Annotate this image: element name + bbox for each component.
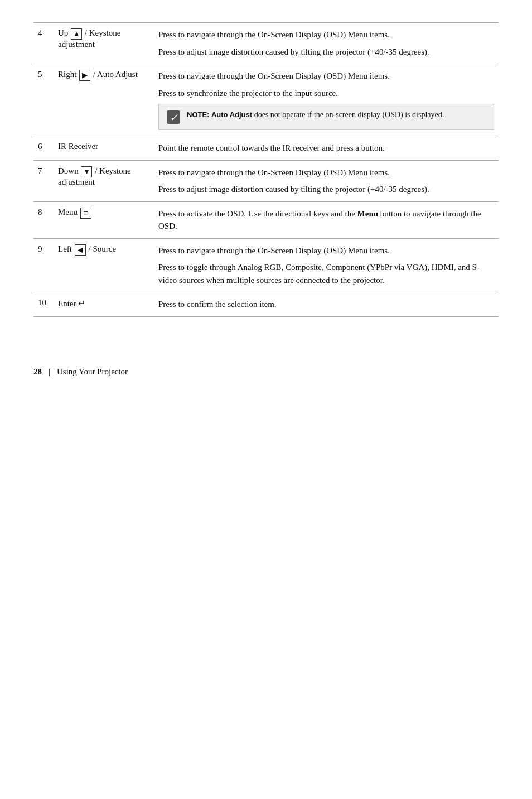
note-bold-term: Auto Adjust	[211, 110, 252, 119]
label-text: Up ▲ / Keystone adjustment	[58, 28, 120, 49]
label-text: Menu ≡	[58, 208, 92, 216]
page-footer: 28 | Using Your Projector	[33, 362, 499, 377]
label-text: Enter ↵	[58, 299, 85, 308]
description-para: Press to navigate through the On-Screen …	[158, 70, 494, 83]
description-para: Press to navigate through the On-Screen …	[158, 28, 494, 41]
description-para: Press to navigate through the On-Screen …	[158, 244, 494, 257]
label-icon: ▶	[79, 70, 90, 81]
description-para: Press to adjust image distortion caused …	[158, 46, 494, 59]
table-row: 6 IR Receiver Point the remote control t…	[33, 136, 499, 161]
label-icon: ≡	[80, 208, 91, 219]
row-label: Right ▶ / Auto Adjust	[54, 64, 154, 136]
row-label: IR Receiver	[54, 136, 154, 161]
svg-text:✓: ✓	[170, 112, 178, 123]
label-icon: ▼	[81, 166, 92, 177]
row-label: Down ▼ / Keystone adjustment	[54, 160, 154, 201]
label-icon: ◀	[75, 244, 86, 256]
page-number: 28	[33, 367, 42, 377]
table-row: 5 Right ▶ / Auto Adjust Press to navigat…	[33, 64, 499, 136]
table-row: 9 Left ◀ / Source Press to navigate thro…	[33, 238, 499, 292]
description-para: Press to confirm the selection item.	[158, 298, 494, 311]
description-para: Press to navigate through the On-Screen …	[158, 166, 494, 179]
label-icon: ▲	[71, 28, 82, 40]
table-row: 8 Menu ≡ Press to activate the OSD. Use …	[33, 201, 499, 238]
row-description: Press to navigate through the On-Screen …	[154, 64, 499, 136]
row-description: Point the remote control towards the IR …	[154, 136, 499, 161]
row-number: 7	[33, 160, 54, 201]
label-icon: ↵	[78, 299, 85, 308]
label-text: Left ◀ / Source	[58, 244, 116, 253]
row-number: 8	[33, 201, 54, 238]
row-label: Menu ≡	[54, 201, 154, 238]
table-row: 4 Up ▲ / Keystone adjustment Press to na…	[33, 23, 499, 64]
note-bold-prefix: NOTE:	[187, 110, 209, 119]
footer-separator: |	[49, 367, 50, 377]
row-description: Press to navigate through the On-Screen …	[154, 23, 499, 64]
description-para: Press to toggle through Analog RGB, Comp…	[158, 261, 494, 286]
description-para: Press to activate the OSD. Use the direc…	[158, 208, 494, 233]
description-para: Press to synchronize the projector to th…	[158, 87, 494, 100]
table-row: 7 Down ▼ / Keystone adjustment Press to …	[33, 160, 499, 201]
label-text: Down ▼ / Keystone adjustment	[58, 166, 131, 186]
description-para: Point the remote control towards the IR …	[158, 142, 494, 155]
note-box: ✓ NOTE: Auto Adjust does not operate if …	[158, 104, 494, 130]
label-text: IR Receiver	[58, 142, 98, 151]
row-description: Press to navigate through the On-Screen …	[154, 238, 499, 292]
label-text: Right ▶ / Auto Adjust	[58, 70, 138, 79]
row-description: Press to confirm the selection item.	[154, 292, 499, 317]
control-table: 4 Up ▲ / Keystone adjustment Press to na…	[33, 22, 499, 317]
row-label: Enter ↵	[54, 292, 154, 317]
row-number: 5	[33, 64, 54, 136]
row-label: Up ▲ / Keystone adjustment	[54, 23, 154, 64]
row-description: Press to navigate through the On-Screen …	[154, 160, 499, 201]
row-number: 4	[33, 23, 54, 64]
row-number: 6	[33, 136, 54, 161]
row-number: 10	[33, 292, 54, 317]
row-number: 9	[33, 238, 54, 292]
note-text: NOTE: Auto Adjust does not operate if th…	[187, 109, 444, 121]
row-label: Left ◀ / Source	[54, 238, 154, 292]
footer-title: Using Your Projector	[57, 367, 128, 377]
note-icon: ✓	[166, 109, 181, 125]
description-para: Press to adjust image distortion caused …	[158, 183, 494, 196]
table-row: 10 Enter ↵ Press to confirm the selectio…	[33, 292, 499, 317]
row-description: Press to activate the OSD. Use the direc…	[154, 201, 499, 238]
